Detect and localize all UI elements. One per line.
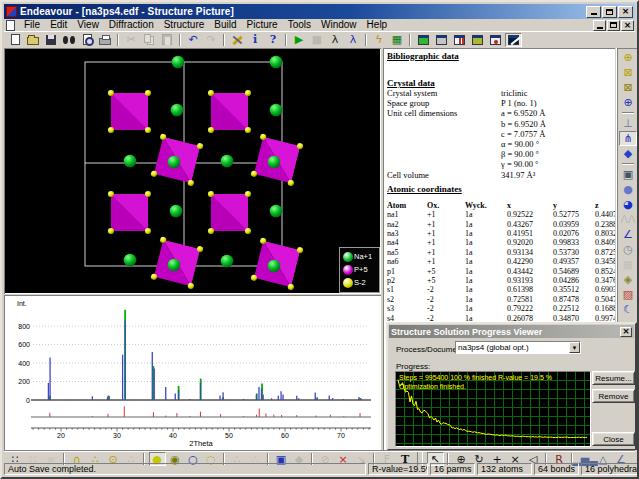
open-file-button[interactable] [25, 33, 42, 47]
table-cell: 0.72581 [507, 295, 553, 304]
layout-pattern-button[interactable] [451, 33, 468, 47]
restore-icon [610, 22, 617, 28]
svg-text:0: 0 [26, 397, 30, 404]
remove-button[interactable]: Remove [592, 389, 635, 403]
paste-icon [162, 34, 172, 45]
table-cell: 0.93134 [507, 248, 553, 257]
find-icon [63, 36, 75, 44]
move-atoms-button[interactable]: ⊕ [619, 95, 637, 110]
menu-edit[interactable]: Edit [45, 19, 72, 31]
menu-file[interactable]: File [19, 19, 45, 31]
dialog-close-button[interactable]: × [620, 327, 632, 337]
table-cell: 0.16889 [595, 304, 615, 313]
save-file-button[interactable] [43, 33, 60, 47]
unit-cell-button[interactable]: ▣ [619, 167, 637, 182]
translate-atoms-button[interactable]: ⊕ [619, 50, 637, 65]
menu-tools[interactable]: Tools [283, 19, 316, 31]
clock-view-button[interactable]: ◷ [619, 242, 637, 257]
svg-text:30: 30 [113, 432, 121, 439]
minimize-button[interactable] [586, 6, 601, 18]
diffraction-chart-pane: 02004006008002030405060702ThetaInt. [4, 295, 381, 450]
atom-legend: Na+1P+5S-2 [339, 247, 380, 293]
menu-window[interactable]: Window [316, 19, 362, 31]
polyhedra-button[interactable]: ◆ [619, 146, 637, 161]
mdi-close-button[interactable]: × [621, 20, 634, 31]
layout-data-button[interactable] [487, 33, 504, 47]
minimize-icon [591, 13, 597, 15]
menu-diffraction[interactable]: Diffraction [104, 19, 159, 31]
atomic-coordinates-heading: Atomic coordinates [387, 184, 615, 194]
picture-export-button[interactable]: ▨ [619, 287, 637, 302]
dialog-titlebar[interactable]: Structure Solution Progress Viewer × [389, 325, 634, 338]
legend-atom-icon [343, 278, 353, 288]
process-document-value: na3ps4 (global opt.) [456, 343, 569, 352]
layout-blank-button[interactable] [433, 33, 450, 47]
quick-launch-button[interactable]: ϟ [371, 33, 388, 47]
close-button[interactable]: × [618, 6, 633, 18]
menu-help[interactable]: Help [362, 19, 393, 31]
svg-text:200: 200 [18, 378, 30, 385]
pattern-window-button[interactable]: ▦ [389, 33, 406, 47]
info-button[interactable]: i [247, 33, 264, 47]
print-icon [99, 38, 111, 45]
table-cell: 0.99833 [553, 238, 595, 247]
spheres-flat-button[interactable]: ● [619, 182, 637, 197]
table-cell: 0.93193 [507, 276, 553, 285]
swap-atoms-button[interactable]: ⊠ [619, 65, 637, 80]
window-title: Endeavour - [na3ps4.edf - Structure Pict… [20, 6, 234, 17]
mdi-restore-button[interactable] [607, 20, 620, 31]
table-cell: 1a [465, 276, 507, 285]
diffraction-pattern-view[interactable]: 02004006008002030405060702ThetaInt. [5, 296, 378, 447]
svg-text:40: 40 [169, 432, 177, 439]
structure-solution-button[interactable]: λ [327, 33, 344, 47]
menu-structure[interactable]: Structure [159, 19, 210, 31]
layout-mixed-icon [472, 35, 483, 45]
table-cell: 0.34584 [595, 257, 615, 266]
process-document-select[interactable]: na3ps4 (global opt.) ▼ [455, 341, 581, 354]
crystal-data-label: Space group [387, 98, 501, 108]
chevron-down-icon[interactable]: ▼ [569, 342, 580, 353]
crystal-data-label [387, 159, 501, 169]
layout-mixed-button[interactable] [469, 33, 486, 47]
crystal-data-label: Crystal system [387, 88, 501, 98]
print-button[interactable] [97, 33, 114, 47]
layout-structure-button[interactable] [415, 33, 432, 47]
crystal-data-value: triclinic [501, 88, 615, 98]
progress-status-line: Steps = 995400 100 % finished R-value = … [399, 374, 552, 381]
new-document-icon [11, 34, 20, 45]
status-panel: 64 bonds [534, 463, 579, 475]
start-calculation-button[interactable]: ▶ [291, 33, 308, 47]
context-help-button[interactable]: ? [265, 33, 282, 47]
coordination-button[interactable]: ⊥ [619, 116, 637, 131]
angles-button[interactable]: ∠ [619, 227, 637, 242]
close-dialog-button[interactable]: Close [592, 432, 635, 446]
print-preview-icon [83, 34, 92, 45]
table-cell: 0.22512 [553, 304, 595, 313]
toolbar-separator [365, 34, 367, 46]
status-message: Auto Save completed. [4, 463, 366, 475]
bonds-button[interactable]: ⋔ [619, 131, 637, 146]
render-quality-button[interactable]: ☾ [619, 302, 637, 317]
solution-viewer-button[interactable]: λ [345, 33, 362, 47]
resume-button[interactable]: Resume... [592, 371, 635, 385]
structure-3d-view[interactable] [5, 49, 380, 293]
table-cell: 0.54689 [553, 267, 595, 276]
find-button[interactable] [61, 33, 78, 47]
options-tools-button[interactable] [229, 33, 246, 47]
status-panel: 16 polyhedra [581, 463, 639, 475]
print-preview-button[interactable] [79, 33, 96, 47]
table-cell: 0.49357 [553, 257, 595, 266]
menu-build[interactable]: Build [209, 19, 241, 31]
menu-view[interactable]: View [72, 19, 104, 31]
new-document-button[interactable] [7, 33, 24, 47]
mdi-minimize-button[interactable] [593, 20, 606, 31]
spheres-3d-button[interactable]: ◕ [619, 197, 637, 212]
restore-button[interactable] [602, 6, 617, 18]
table-header: x [507, 201, 553, 210]
layout-picture-button[interactable] [505, 33, 522, 47]
origin-button[interactable]: ◈ [619, 272, 637, 287]
undo-button[interactable]: ↶ [185, 33, 202, 47]
table-cell: 0.50473 [595, 295, 615, 304]
exchange-atoms-button[interactable]: ⊠ [619, 80, 637, 95]
menu-picture[interactable]: Picture [242, 19, 283, 31]
